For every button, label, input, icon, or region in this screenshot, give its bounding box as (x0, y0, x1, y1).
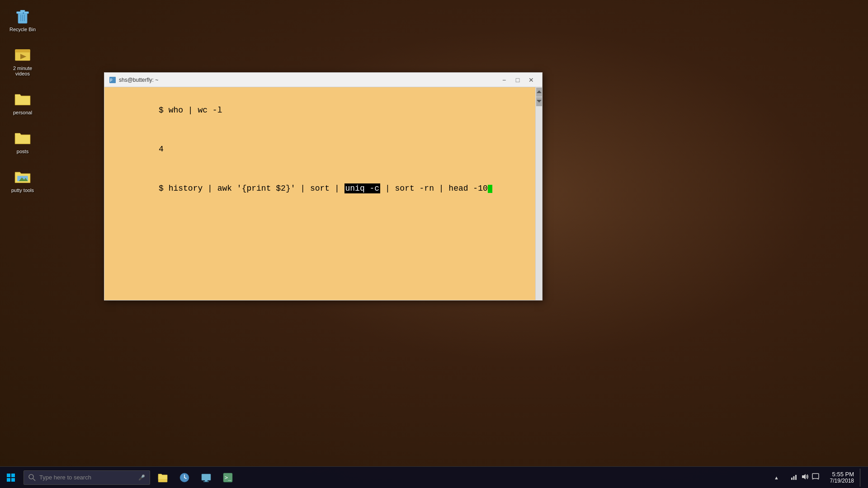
taskbar: Type here to search 🎤 (0, 466, 868, 488)
terminal-line-3: $ history | awk '{print $2}' | sort | un… (110, 169, 533, 208)
desktop-icon-putty-tools[interactable]: putty tools (5, 165, 41, 195)
close-button[interactable]: ✕ (525, 75, 538, 85)
history-icon (179, 472, 190, 483)
windows-logo-icon (6, 473, 15, 482)
svg-marker-17 (537, 100, 542, 103)
notification-area: ▲ (769, 474, 783, 481)
svg-text:P: P (110, 78, 113, 83)
taskbar-app-history[interactable] (174, 467, 195, 488)
taskbar-search-bar[interactable]: Type here to search 🎤 (24, 470, 150, 485)
file-explorer-icon (157, 472, 168, 483)
maximize-button[interactable]: □ (511, 75, 524, 85)
desktop-icon-videos[interactable]: 2 minutevideos (5, 43, 41, 79)
svg-line-23 (33, 479, 35, 481)
terminal-window: P shs@butterfly: ~ − □ ✕ $ who | wc -l 4 (104, 72, 542, 300)
systray-icons (786, 473, 824, 482)
svg-text:>_: >_ (225, 474, 231, 481)
svg-rect-35 (795, 475, 797, 480)
personal-label: personal (13, 110, 32, 115)
clock-date: 7/19/2018 (830, 478, 854, 484)
app4-icon: >_ (222, 472, 233, 483)
taskbar-systray: ▲ (769, 467, 868, 488)
show-desktop-button[interactable] (860, 469, 863, 487)
search-placeholder: Type here to search (39, 474, 91, 481)
command-after: | sort -rn | head -10 (380, 184, 488, 193)
svg-rect-21 (11, 478, 15, 482)
svg-rect-11 (15, 133, 20, 135)
prompt-2: $ history | awk '{print $2}' | sort | (159, 184, 344, 193)
scroll-up-arrow[interactable] (536, 88, 542, 97)
titlebar-left: P shs@butterfly: ~ (109, 76, 158, 84)
svg-point-22 (29, 474, 33, 479)
putty-tools-label: putty tools (11, 188, 34, 193)
desktop-icon-personal[interactable]: personal (5, 88, 41, 117)
minimize-button[interactable]: − (498, 75, 510, 85)
clock-time: 5:55 PM (832, 471, 854, 478)
system-clock[interactable]: 5:55 PM 7/19/2018 (826, 471, 858, 484)
show-hidden-icons-button[interactable]: ▲ (772, 474, 781, 481)
svg-rect-2 (20, 10, 25, 12)
taskbar-app-4[interactable]: >_ (217, 467, 239, 488)
svg-rect-33 (791, 478, 793, 480)
start-button[interactable] (0, 467, 22, 488)
taskbar-search-icon (28, 474, 36, 481)
svg-rect-19 (11, 474, 15, 477)
action-center-icon[interactable] (812, 473, 819, 482)
posts-label: posts (17, 149, 28, 154)
taskbar-app-file-explorer[interactable] (152, 467, 174, 488)
terminal-cursor (488, 185, 492, 193)
app3-icon (201, 472, 212, 483)
terminal-line-1: $ who | wc -l (110, 91, 533, 130)
desktop: Recycle Bin 2 minutevideos personal (0, 0, 868, 488)
desktop-icons-container: Recycle Bin 2 minutevideos personal (0, 0, 45, 200)
terminal-line-2: 4 (110, 130, 533, 169)
terminal-title: shs@butterfly: ~ (119, 77, 158, 83)
svg-rect-8 (16, 50, 29, 52)
svg-rect-37 (812, 474, 819, 479)
taskbar-apps: >_ (152, 467, 239, 488)
svg-marker-16 (537, 90, 542, 93)
svg-rect-34 (793, 476, 795, 480)
svg-marker-36 (802, 474, 806, 479)
terminal-scrollbar[interactable] (535, 87, 542, 300)
volume-icon[interactable] (801, 473, 808, 482)
svg-rect-10 (15, 94, 20, 96)
desktop-icon-recycle-bin[interactable]: Recycle Bin (5, 5, 41, 34)
putty-icon: P (109, 76, 116, 84)
prompt-1: $ who | wc -l (159, 106, 222, 115)
highlighted-command: uniq -c (344, 183, 381, 193)
taskbar-app-3[interactable] (195, 467, 217, 488)
terminal-titlebar: P shs@butterfly: ~ − □ ✕ (104, 73, 542, 87)
network-icon[interactable] (790, 473, 797, 482)
videos-label: 2 minutevideos (13, 66, 32, 76)
svg-rect-18 (7, 474, 10, 477)
cortana-icon: 🎤 (138, 474, 145, 481)
desktop-icon-posts[interactable]: posts (5, 127, 41, 156)
output-1: 4 (159, 145, 164, 154)
titlebar-controls: − □ ✕ (498, 75, 538, 85)
svg-rect-28 (202, 474, 211, 480)
scroll-down-arrow[interactable] (536, 97, 542, 106)
recycle-bin-label: Recycle Bin (9, 27, 36, 32)
terminal-content[interactable]: $ who | wc -l 4 $ history | awk '{print … (104, 87, 542, 300)
svg-rect-20 (7, 478, 10, 482)
